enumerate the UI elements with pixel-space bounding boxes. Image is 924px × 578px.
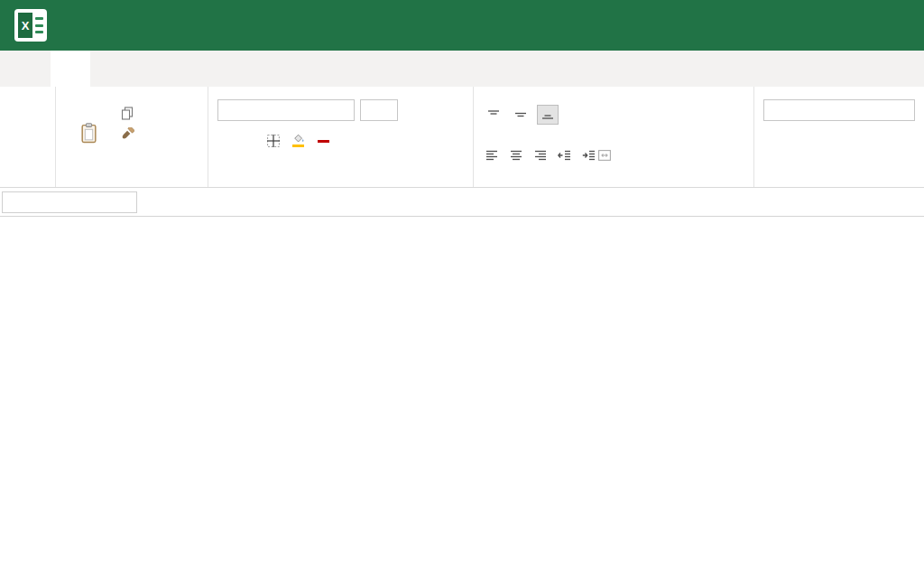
- wrap-text-button[interactable]: [598, 99, 744, 130]
- number-format-select[interactable]: [763, 99, 915, 121]
- fill-color-bar: [292, 144, 304, 147]
- title-bar: X: [0, 0, 924, 51]
- formula-grid-gap: [0, 217, 924, 228]
- align-right-button[interactable]: [531, 145, 550, 165]
- name-box[interactable]: [2, 191, 137, 213]
- font-family-select[interactable]: [217, 99, 355, 121]
- align-middle-button[interactable]: [510, 105, 531, 125]
- tab-insert[interactable]: [90, 51, 130, 87]
- paste-clipboard-icon: [80, 123, 97, 144]
- align-bottom-button[interactable]: [537, 105, 559, 125]
- increase-indent-button[interactable]: [579, 145, 598, 165]
- formula-input[interactable]: [177, 188, 924, 216]
- fill-bucket-icon: [291, 134, 306, 144]
- ribbon: [0, 87, 924, 188]
- align-left-button[interactable]: [483, 145, 502, 165]
- tab-file[interactable]: [11, 51, 51, 87]
- tell-me-box[interactable]: [278, 51, 296, 87]
- fill-color-button[interactable]: [291, 134, 308, 147]
- font-color-button[interactable]: [318, 139, 331, 143]
- format-painter-brush-icon: [121, 127, 134, 141]
- ribbon-group-font: [208, 87, 473, 187]
- copy-icon: [121, 107, 134, 120]
- decrease-indent-button[interactable]: [555, 145, 574, 165]
- ribbon-group-number: [753, 87, 924, 187]
- format-painter-button[interactable]: [121, 127, 140, 141]
- align-top-button[interactable]: [483, 105, 504, 125]
- paste-button[interactable]: [65, 99, 112, 171]
- tab-home[interactable]: [51, 51, 90, 87]
- formula-bar: [0, 188, 924, 217]
- tab-data[interactable]: [130, 51, 170, 87]
- ribbon-group-undo: [0, 87, 55, 187]
- merge-center-icon: [598, 150, 611, 161]
- font-size-select[interactable]: [360, 99, 398, 121]
- align-center-button[interactable]: [506, 145, 525, 165]
- excel-x-icon: X: [18, 13, 32, 38]
- copy-button[interactable]: [121, 107, 140, 120]
- merge-center-button[interactable]: [598, 141, 744, 172]
- borders-grid-icon: [267, 135, 280, 147]
- tab-review[interactable]: [170, 51, 209, 87]
- tab-view[interactable]: [209, 51, 249, 87]
- excel-logo-icon: X: [14, 9, 47, 42]
- ribbon-group-clipboard: [55, 87, 208, 187]
- menu-bar: [0, 51, 924, 87]
- ribbon-group-alignment: [473, 87, 753, 187]
- spreadsheet: [0, 228, 924, 578]
- font-color-bar: [318, 140, 329, 143]
- borders-button[interactable]: [267, 135, 282, 147]
- excel-sheet-icon: [35, 13, 43, 38]
